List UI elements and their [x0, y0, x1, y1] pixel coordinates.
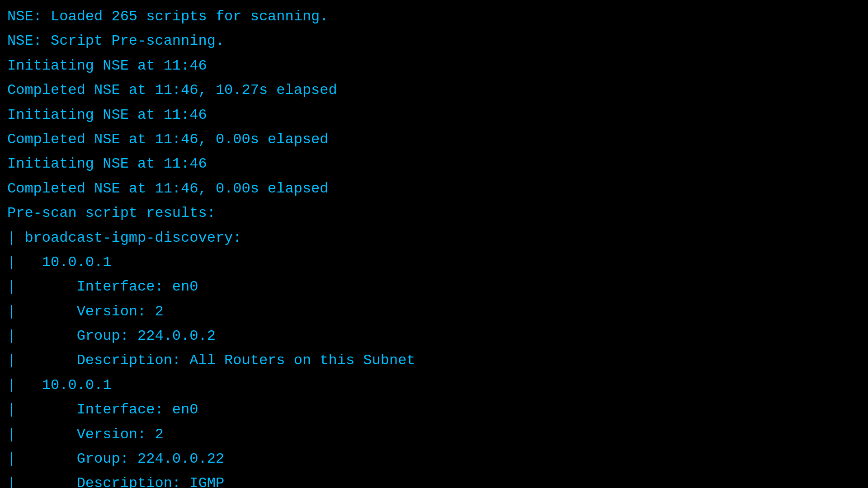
- terminal-line: NSE: Script Pre-scanning.: [7, 29, 861, 53]
- terminal-line: | Interface: en0: [7, 275, 861, 299]
- terminal-line: Completed NSE at 11:46, 0.00s elapsed: [7, 127, 861, 152]
- terminal-line: | Interface: en0: [7, 398, 861, 422]
- terminal-line: | Version: 2: [7, 422, 861, 447]
- terminal-line: Initiating NSE at 11:46: [7, 103, 861, 127]
- terminal-output: NSE: Loaded 265 scripts for scanning.NSE…: [7, 5, 861, 488]
- terminal-line: | Group: 224.0.0.22: [7, 447, 861, 471]
- terminal-line: | Description: All Routers on this Subne…: [7, 348, 861, 373]
- terminal-line: Completed NSE at 11:46, 0.00s elapsed: [7, 177, 861, 201]
- terminal-line: | Version: 2: [7, 300, 861, 324]
- terminal-line: | 10.0.0.1: [7, 373, 861, 398]
- terminal-line: | Group: 224.0.0.2: [7, 324, 861, 348]
- terminal-line: Initiating NSE at 11:46: [7, 54, 861, 78]
- terminal-line: | Description: IGMP: [7, 471, 861, 488]
- terminal-line: NSE: Loaded 265 scripts for scanning.: [7, 5, 861, 29]
- terminal-line: Initiating NSE at 11:46: [7, 152, 861, 176]
- terminal-line: Completed NSE at 11:46, 10.27s elapsed: [7, 78, 861, 103]
- terminal-line: | 10.0.0.1: [7, 250, 861, 275]
- terminal-line: Pre-scan script results:: [7, 201, 861, 225]
- terminal-line: | broadcast-igmp-discovery:: [7, 226, 861, 250]
